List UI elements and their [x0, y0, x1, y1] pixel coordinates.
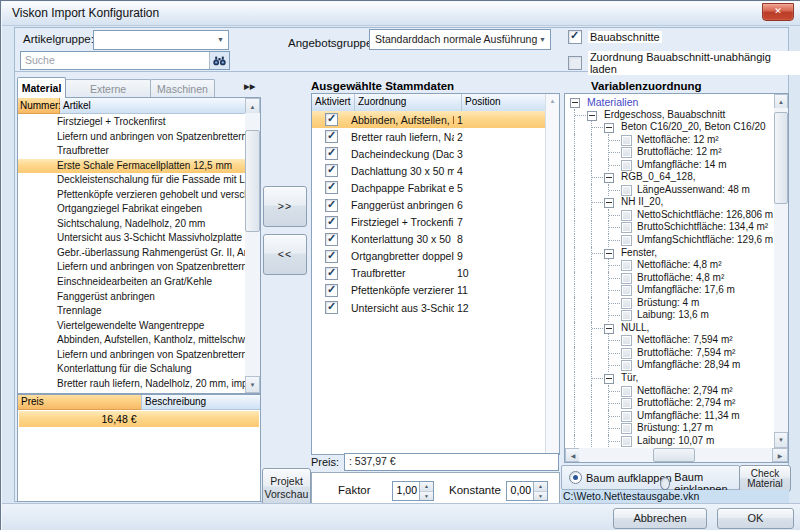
tree-leaf[interactable]: Umfangfläche: 14 m: [566, 159, 773, 172]
checkbox-checked-icon[interactable]: [325, 130, 338, 143]
scrollbar-thumb[interactable]: [245, 130, 260, 232]
tree-leaf[interactable]: Brüstung: 1,27 m: [566, 422, 773, 435]
tree-leaf[interactable]: NettoSchichtfläche: 126,806 m²: [566, 209, 773, 222]
tree-checkbox-icon[interactable]: [621, 185, 632, 196]
tree-leaf[interactable]: Umfangfläche: 17,6 m: [566, 284, 773, 297]
tree-leaf[interactable]: Bruttofläche: 4,8 m²: [566, 272, 773, 285]
spinner-buttons[interactable]: ▲▼: [419, 482, 433, 500]
table-scrollbar-vertical[interactable]: ▲: [545, 94, 559, 454]
tree-leaf[interactable]: Bruttofläche: 2,794 m²: [566, 397, 773, 410]
spin-up-icon[interactable]: ▲: [534, 482, 547, 492]
checkbox-checked-icon[interactable]: [325, 284, 338, 297]
tree-collapse-icon[interactable]: [587, 111, 597, 121]
close-button[interactable]: ✕: [762, 3, 794, 21]
tree-leaf[interactable]: Nettofläche: 4,8 m²: [566, 259, 773, 272]
scroll-up-icon[interactable]: ▲: [546, 98, 559, 104]
tree-leaf[interactable]: UmfangSchichtfläche: 129,6 m: [566, 234, 773, 247]
tree-collapse-icon[interactable]: [570, 98, 580, 108]
konstante-spinner[interactable]: 0,00 ▲▼: [506, 481, 548, 501]
checkbox-checked-icon[interactable]: [325, 301, 338, 314]
table-row[interactable]: Dachlattung 30 x 50 mm,...4: [312, 162, 546, 179]
column-header-zuordnung[interactable]: Zuordnung: [355, 94, 462, 111]
table-row[interactable]: Ortgangbretter doppelt, g...9: [312, 248, 546, 265]
column-header-position[interactable]: Position: [462, 94, 546, 111]
tree-leaf[interactable]: Umfangfläche: 28,94 m: [566, 359, 773, 372]
tree-leaf[interactable]: Brüstung: 4 m: [566, 297, 773, 310]
cancel-button[interactable]: Abbrechen: [613, 508, 707, 529]
tree-checkbox-icon[interactable]: [621, 160, 632, 171]
tab-material[interactable]: Material: [17, 77, 66, 98]
search-input[interactable]: Suche: [20, 51, 230, 70]
list-item[interactable]: Liefern und anbringen von Spatzenbretter…: [18, 260, 245, 275]
angebotsgruppe-combobox[interactable]: Standarddach normale Ausführung ▼: [369, 29, 551, 50]
table-row[interactable]: Dacheindeckung (Dachz...3: [312, 145, 546, 162]
checkbox-unchecked-icon[interactable]: [568, 56, 582, 70]
tab-maschinen[interactable]: Maschinen: [150, 79, 215, 98]
scrollbar-thumb[interactable]: [774, 112, 788, 204]
tree-checkbox-icon[interactable]: [621, 386, 632, 397]
column-header-nummer[interactable]: Nummer:: [18, 98, 60, 114]
tree-group[interactable]: Erdgeschoss, Bauabschnitt: [566, 109, 773, 122]
list-item[interactable]: Viertelgewendelte Wangentreppe: [18, 319, 245, 334]
tree-checkbox-icon[interactable]: [621, 260, 632, 271]
list-item[interactable]: Konterlattung für die Schalung: [18, 362, 245, 377]
tree-checkbox-icon[interactable]: [621, 235, 632, 246]
list-item[interactable]: Liefern und anbringen von Spatzenbretter…: [18, 130, 245, 145]
list-item[interactable]: Traufbretter: [18, 144, 245, 159]
table-row[interactable]: Abbinden, Aufstellen, Ka...1: [312, 111, 546, 128]
column-header-aktiviert[interactable]: Aktiviert: [312, 94, 355, 111]
tree-group[interactable]: RGB_0_64_128,: [566, 171, 773, 184]
scroll-down-icon[interactable]: ▼: [245, 376, 260, 393]
tree-checkbox-icon[interactable]: [621, 360, 632, 371]
checkbox-checked-icon[interactable]: [325, 164, 338, 177]
tree-leaf[interactable]: BruttoSchichtfläche: 134,4 m²: [566, 221, 773, 234]
tree-collapse-icon[interactable]: [604, 249, 614, 259]
tree-checkbox-icon[interactable]: [621, 335, 632, 346]
ok-button[interactable]: OK: [717, 508, 794, 529]
list-item[interactable]: Bretter rauh liefern, Nadelholz, 20 mm, …: [18, 377, 245, 392]
zuordnung-unabhaengig-checkbox[interactable]: Zuordnung Bauabschnitt-unabhängig laden: [568, 51, 800, 75]
tree-leaf[interactable]: Nettofläche: 12 m²: [566, 134, 773, 147]
tree-checkbox-icon[interactable]: [621, 411, 632, 422]
list-item[interactable]: Einschneidearbeiten an Grat/Kehle: [18, 275, 245, 290]
preis-total-field[interactable]: : 537,97 €: [344, 453, 559, 471]
price-value-row[interactable]: 16,48 €: [19, 411, 259, 427]
tab-externe-leistungen[interactable]: Externe Leistungen: [65, 79, 151, 98]
tree-collapse-icon[interactable]: [604, 173, 614, 183]
table-row[interactable]: Firstziegel + Trockenfirst7: [312, 214, 546, 231]
table-row[interactable]: Untersicht aus 3-Schicht ...12: [312, 299, 546, 316]
radio-unselected-icon[interactable]: [660, 477, 670, 490]
checkbox-checked-icon[interactable]: [325, 199, 338, 212]
spin-up-icon[interactable]: ▲: [420, 482, 433, 492]
list-item[interactable]: Abbinden, Aufstellen, Kantholz, mittelsc…: [18, 333, 245, 348]
column-header-beschreibung[interactable]: Beschreibung: [141, 395, 260, 410]
list-scrollbar-vertical[interactable]: ▲ ▼: [245, 98, 260, 393]
tree-leaf[interactable]: Laibung: 13,6 m: [566, 309, 773, 322]
list-item[interactable]: Ortgangziegel Fabrikat eingeben: [18, 202, 245, 217]
tree-checkbox-icon[interactable]: [621, 298, 632, 309]
table-row[interactable]: Pfettenköpfe verzieren g...11: [312, 282, 546, 299]
check-material-button[interactable]: Check Material: [739, 465, 791, 492]
tree-group[interactable]: NH II_20,: [566, 196, 773, 209]
title-bar[interactable]: Viskon Import Konfiguration ✕: [2, 2, 800, 26]
list-item[interactable]: Firstziegel + Trockenfirst: [18, 115, 245, 130]
table-row[interactable]: Konterlattung 30 x 50 m...8: [312, 231, 546, 248]
checkbox-checked-icon[interactable]: [325, 113, 338, 126]
tree-group[interactable]: Tür,: [566, 372, 773, 385]
table-row[interactable]: Dachpappe Fabrikat ein...5: [312, 179, 546, 196]
tree-group[interactable]: Fenster,: [566, 247, 773, 260]
tree-group[interactable]: Beton C16/20_20, Beton C16/20: [566, 121, 773, 134]
checkbox-checked-icon[interactable]: [325, 267, 338, 280]
scroll-right-icon[interactable]: ▶: [772, 448, 788, 462]
list-item[interactable]: Liefern und anbringen von Spatzenbretter…: [18, 348, 245, 363]
tree-checkbox-icon[interactable]: [621, 348, 632, 359]
checkbox-checked-icon[interactable]: [325, 233, 338, 246]
tree-checkbox-icon[interactable]: [621, 273, 632, 284]
tree-checkbox-icon[interactable]: [621, 436, 632, 447]
tree-leaf[interactable]: Nettofläche: 7,594 m²: [566, 334, 773, 347]
tree-leaf[interactable]: Bruttofläche: 7,594 m²: [566, 347, 773, 360]
tree-collapse-icon[interactable]: [604, 123, 614, 133]
tree-checkbox-icon[interactable]: [621, 210, 632, 221]
list-item[interactable]: Trennlage: [18, 304, 245, 319]
checkbox-checked-icon[interactable]: [325, 216, 338, 229]
